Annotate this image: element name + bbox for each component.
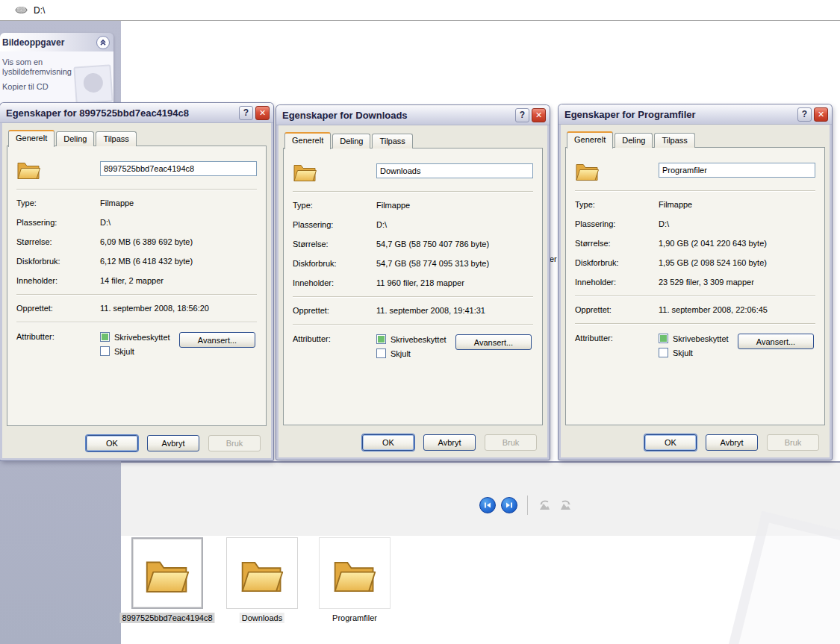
tab-sharing[interactable]: Deling [56,131,94,146]
help-button[interactable]: ? [797,107,812,122]
copy-to-cd-link[interactable]: Kopier til CD [2,82,86,92]
folder-name-input[interactable] [376,163,533,178]
cancel-button[interactable]: Avbryt [147,435,199,451]
field-value: 11. september 2008, 19:41:31 [376,306,533,315]
picture-tasks-header[interactable]: Bildeoppgaver [0,33,113,51]
view-as-slideshow-link[interactable]: Vis som en lysbildefremvisning [2,57,86,77]
chevron-up-icon [99,39,107,46]
thumbnail-label[interactable]: Programfiler [330,613,379,623]
thumbnail-item[interactable]: Programfiler [319,537,391,625]
close-button[interactable]: ✕ [532,108,546,122]
rotate-clockwise-icon [558,500,573,511]
folder-icon [293,160,376,182]
close-button[interactable]: ✕ [814,107,828,122]
ok-button[interactable]: OK [362,434,414,451]
tab-sharing[interactable]: Deling [615,133,653,148]
hidden-label: Skjult [673,348,693,357]
readonly-label: Skrivebeskyttet [391,335,447,344]
field-value: 6,12 MB (6 418 432 byte) [100,257,257,266]
field-value: 14 filer, 2 mapper [100,276,257,285]
tab-customize[interactable]: Tilpass [372,134,412,149]
dialog-title: Egenskaper for Programfiler [564,109,795,120]
thumbnail-label[interactable]: 8997525bbd7eac4194c8 [119,613,214,623]
separator [16,189,257,190]
field-label: Type: [293,201,376,210]
tab-customize[interactable]: Tilpass [654,133,694,148]
thumbnail-item[interactable]: Downloads [226,537,298,625]
separator [16,322,257,323]
hidden-checkbox[interactable] [376,348,386,358]
address-path: D:\ [34,5,45,16]
tab-general[interactable]: Generelt [567,131,613,149]
readonly-checkbox[interactable] [100,332,110,342]
address-bar[interactable]: D:\ [0,0,840,21]
rotate-counterclockwise-button[interactable] [538,500,553,511]
hidden-label: Skjult [114,347,134,356]
attributes-label: Attributter: [575,334,659,357]
field-label: Størrelse: [293,240,376,248]
cancel-button[interactable]: Avbryt [423,434,476,451]
advanced-button[interactable]: Avansert... [738,334,814,349]
dialog-title: Egenskaper for 8997525bbd7eac4194c8 [6,107,237,119]
next-image-icon [505,501,514,510]
folder-icon [16,158,100,180]
tab-general[interactable]: Generelt [284,132,331,149]
folder-thumbnail[interactable] [131,537,203,609]
hidden-checkbox[interactable] [659,348,668,357]
field-value: 23 529 filer, 3 309 mapper [659,278,815,287]
field-value: Filmappe [100,198,257,207]
folder-name-input[interactable] [100,161,257,176]
help-button[interactable]: ? [239,106,253,120]
field-value: 1,90 GB (2 041 220 643 byte) [659,239,815,248]
separator [575,190,815,192]
readonly-checkbox[interactable] [376,334,386,344]
toolbar-divider [527,495,528,515]
collapse-panel-button[interactable] [96,36,110,49]
tab-customize[interactable]: Tilpass [96,131,136,146]
help-button[interactable]: ? [515,108,529,122]
attributes-label: Attributter: [293,334,376,358]
field-value: Filmappe [659,200,815,209]
folder-thumbnail[interactable] [319,537,391,609]
dialog-titlebar[interactable]: Egenskaper for Programfiler ? ✕ [559,104,832,125]
apply-button: Bruk [485,434,537,451]
ok-button[interactable]: OK [644,434,697,451]
picture-tasks-panel: Bildeoppgaver Vis som en lysbildefremvis… [0,33,113,104]
field-value: 11 960 filer, 218 mapper [376,278,533,287]
general-tab-page: Type:Filmappe Plassering:D:\ Størrelse:1… [565,147,825,425]
field-value: 11. september 2008, 22:06:45 [659,305,815,314]
field-label: Plassering: [293,220,376,229]
dialog-titlebar[interactable]: Egenskaper for Downloads ? ✕ [276,105,550,125]
dialog-titlebar[interactable]: Egenskaper for 8997525bbd7eac4194c8 ? ✕ [0,103,273,123]
next-image-button[interactable] [501,497,517,513]
folder-name-input[interactable] [659,163,815,178]
previous-image-button[interactable] [479,497,496,513]
hidden-label: Skjult [391,349,411,358]
desktop-screen: D:\ Bildeoppgaver Vis som en lysbildefre… [0,0,840,644]
cancel-button[interactable]: Avbryt [706,434,758,451]
folder-icon [144,553,190,594]
hidden-checkbox[interactable] [100,346,110,356]
field-value: 54,7 GB (58 750 407 786 byte) [376,240,533,248]
properties-dialog: Egenskaper for Downloads ? ✕ Generelt De… [276,105,550,460]
field-value: 11. september 2008, 18:56:20 [100,304,257,313]
advanced-button[interactable]: Avansert... [179,332,255,348]
tab-sharing[interactable]: Deling [332,134,370,149]
separator [293,191,533,193]
rotate-clockwise-button[interactable] [558,500,573,511]
readonly-checkbox[interactable] [659,334,668,343]
field-label: Diskforbruk: [575,258,659,267]
field-value: 1,95 GB (2 098 524 160 byte) [659,258,815,267]
tab-general[interactable]: Generelt [8,130,55,147]
apply-button: Bruk [767,434,819,451]
cd-drive-icon [15,6,28,14]
ok-button[interactable]: OK [86,435,138,451]
thumbnail-item[interactable]: 8997525bbd7eac4194c8 [131,537,203,625]
close-button[interactable]: ✕ [255,106,270,120]
advanced-button[interactable]: Avansert... [455,334,532,350]
thumbnail-label[interactable]: Downloads [240,613,284,623]
previous-image-icon [483,501,492,510]
folder-icon [575,160,659,181]
folder-thumbnail[interactable] [226,537,298,609]
background-text-fragment: er [550,254,557,263]
